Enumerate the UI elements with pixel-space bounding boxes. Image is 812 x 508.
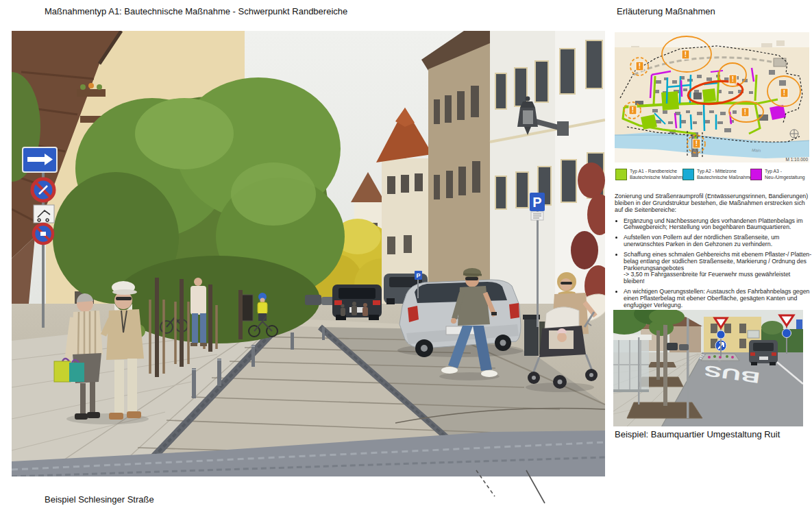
measures-text: Zonierung und Straßenraumprofil (Entwäss… [615,193,812,326]
city-map: Main [615,32,809,162]
no-stopping-sign-icon [34,224,53,243]
svg-text:!: ! [685,51,687,58]
legend-label-typ-a2: Typ A2 - Mittelzone Bautechnische Maßnah… [697,169,752,181]
no-parking-sign-icon [32,179,54,201]
svg-text:!: ! [732,75,734,83]
car-dark [332,285,382,320]
measures-bullet-2: Aufstellen von Pollern auf der nördliche… [624,234,812,248]
map-legend: Typ A1 - Randbereiche Bautechnische Maßn… [615,169,811,192]
legend-item-typ-a2: Typ A2 - Mittelzone Bautechnische Maßnah… [682,169,752,181]
plan-sheet: Maßnahmentyp A1: Bautechnische Maßnahme … [0,0,812,508]
svg-text:!: ! [639,62,641,70]
legend-swatch-typ-a2 [682,169,694,180]
caption-main-photo: Beispiel Schlesinger Straße [45,494,154,505]
one-way-sign-icon [23,147,57,172]
map-typ-a3-area [770,105,786,120]
ruit-dark-car [749,340,778,365]
tree-quarter-small [648,362,676,367]
street-scene: P P [12,31,605,476]
page-title: Maßnahmentyp A1: Bautechnische Maßnahme … [45,6,347,16]
svg-text:P: P [416,272,420,279]
caption-small-photo: Beispiel: Baumquartier Umgestaltung Ruit [615,429,780,439]
bus-shelter [613,335,652,392]
river-label: Main [752,148,761,153]
measures-list: Ergänzung und Nachbesserung des vorhande… [615,218,812,309]
svg-text:!: ! [783,89,785,97]
measures-bullet-4: An wichtigen Querungsstellen: Austausch … [624,289,812,309]
svg-text:!: ! [696,140,698,147]
shopping-bag-teal [69,363,84,382]
map-scale-label: M 1:10.000 [785,157,808,162]
map-north-symbol [790,130,798,138]
main-street-photo: P P [12,31,605,476]
parking-sign-letter: P [532,195,541,210]
legend-label-typ-a1: Typ A1 - Randbereiche Bautechnische Maßn… [630,169,685,181]
measures-bullet-1: Ergänzung und Nachbesserung des vorhande… [624,218,812,232]
legend-item-typ-a1: Typ A1 - Randbereiche Bautechnische Maßn… [615,169,685,181]
shopping-bag-lime [54,361,71,382]
svg-text:!: ! [632,106,634,114]
legend-label-typ-a3: Typ A3 - Neu-/Umgestaltung [765,169,805,181]
measures-bullet-3: Schaffung eines schmalen Gehbereichs mit… [624,252,812,285]
svg-text:!: ! [744,108,746,116]
legend-swatch-typ-a3 [750,169,762,180]
legend-item-typ-a3: Typ A3 - Neu-/Umgestaltung [750,169,805,181]
example-photo-ruit: BUS BUS [613,310,803,426]
right-column-title: Erläuterung Maßnahmen [617,6,715,16]
legend-swatch-typ-a1 [615,169,627,180]
measures-intro: Zonierung und Straßenraumprofil (Entwäss… [615,193,812,214]
tow-away-sign-icon [34,205,54,223]
